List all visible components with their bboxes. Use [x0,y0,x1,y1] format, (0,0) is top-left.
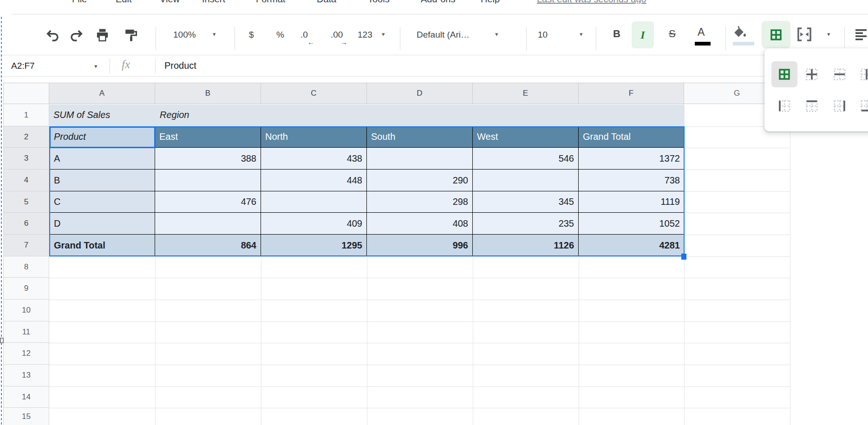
redo-button[interactable] [69,28,84,45]
column-header-b[interactable]: B [155,83,261,104]
cell-d2[interactable]: South [367,126,473,148]
name-box[interactable]: A2:F7 [11,61,35,71]
border-all-icon[interactable] [777,67,791,81]
cell-f3[interactable]: 1372 [579,148,685,170]
cell-a5[interactable]: C [49,191,155,213]
menu-view[interactable]: View [160,0,180,4]
cell-d6[interactable]: 408 [367,213,473,235]
column-header-f[interactable]: F [579,83,684,104]
decrease-decimal-button[interactable]: .0 [300,30,308,40]
cell-c3[interactable]: 438 [261,148,367,170]
row-header-3[interactable]: 3 [3,148,49,170]
row-header-7[interactable]: 7 [3,235,49,256]
italic-button[interactable]: I [632,21,654,48]
menu-tools[interactable]: Tools [368,0,390,4]
bold-button[interactable]: B [613,28,620,40]
font-size-select[interactable]: 10 [538,30,548,40]
row-header-11[interactable]: 11 [3,321,49,343]
last-edit-link[interactable]: Last edit was seconds ago [537,0,646,4]
cell-f2[interactable]: Grand Total [579,126,685,148]
menu-data[interactable]: Data [317,0,336,4]
menu-file[interactable]: File [72,0,87,4]
cell-f7[interactable]: 4281 [579,235,685,256]
border-vertical-icon[interactable] [860,67,868,81]
cell-b4[interactable] [155,170,261,191]
cell-c2[interactable]: North [261,126,367,148]
border-top-icon[interactable] [805,99,819,113]
cell-a7[interactable]: Grand Total [49,235,155,256]
cell-a6[interactable]: D [49,213,155,235]
row-header-12[interactable]: 12 [3,343,49,365]
text-color-button[interactable]: A [694,26,711,47]
border-left-icon[interactable] [777,99,791,113]
row-header-2[interactable]: 2 [3,126,49,148]
font-family-select[interactable]: Default (Ari… [417,30,470,40]
cell-d3[interactable] [367,148,473,170]
cell-a3[interactable]: A [49,148,155,170]
row-header-8[interactable]: 8 [3,256,49,278]
currency-format-button[interactable]: $ [249,30,254,40]
cell-a4[interactable]: B [49,170,155,191]
cell-d4[interactable]: 290 [367,170,473,191]
pivot-title-band[interactable] [49,105,685,126]
cell-f4[interactable]: 738 [579,170,685,191]
menu-help[interactable]: Help [481,0,500,4]
border-horizontal-icon[interactable] [833,67,847,81]
row-header-4[interactable]: 4 [3,170,49,191]
row-header-15[interactable]: 15 [3,408,49,425]
cell-e6[interactable]: 235 [473,213,579,235]
merge-cells-button[interactable] [796,27,813,44]
border-right-icon[interactable] [833,99,847,113]
horizontal-align-button[interactable] [854,27,868,44]
paint-format-button[interactable] [124,27,139,45]
cell-f5[interactable]: 1119 [579,191,685,213]
row-header-13[interactable]: 13 [3,365,49,386]
cell-c7[interactable]: 1295 [261,235,367,256]
strikethrough-button[interactable]: S [669,28,676,40]
cell-c5[interactable] [261,191,367,213]
row-header-5[interactable]: 5 [3,191,49,213]
menu-addons[interactable]: Add-ons [421,0,456,4]
select-all-corner[interactable] [3,83,49,104]
menu-format[interactable]: Format [256,0,285,4]
cell-e5[interactable]: 345 [473,191,579,213]
cell-e3[interactable]: 546 [473,148,579,170]
undo-button[interactable] [46,28,60,45]
menu-insert[interactable]: Insert [202,0,225,4]
cell-a1[interactable]: SUM of Sales [53,110,110,120]
cell-c4[interactable]: 448 [261,170,367,191]
menu-edit[interactable]: Edit [116,0,131,4]
print-button[interactable] [95,27,110,45]
cell-b3[interactable]: 388 [155,148,261,170]
cell-c6[interactable]: 409 [261,213,367,235]
column-header-d[interactable]: D [367,83,473,104]
row-header-1[interactable]: 1 [3,104,49,126]
cell-b7[interactable]: 864 [155,235,261,256]
cell-a2[interactable]: Product [49,126,155,148]
cell-b5[interactable]: 476 [155,191,261,213]
row-header-10[interactable]: 10 [3,300,49,321]
cell-d7[interactable]: 996 [367,235,473,256]
cell-b2[interactable]: East [155,126,261,148]
percent-format-button[interactable]: % [276,30,284,40]
formula-input[interactable]: Product [164,60,196,71]
page-break-handle[interactable] [0,338,4,343]
cell-b6[interactable] [155,213,261,235]
cell-e7[interactable]: 1126 [473,235,579,256]
cell-f6[interactable]: 1052 [579,213,685,235]
row-header-6[interactable]: 6 [3,213,49,235]
row-header-9[interactable]: 9 [3,278,49,300]
cell-e2[interactable]: West [473,126,579,148]
fill-color-button[interactable] [732,25,755,47]
number-format-button[interactable]: 123 [358,30,372,40]
zoom-select[interactable]: 100% [173,30,196,40]
row-header-14[interactable]: 14 [3,386,49,408]
border-bottom-icon[interactable] [860,99,868,113]
fill-handle[interactable] [681,254,686,260]
column-header-c[interactable]: C [261,83,367,104]
cell-b1[interactable]: Region [160,110,189,120]
borders-button[interactable] [762,21,790,48]
cell-d5[interactable]: 298 [367,191,473,213]
border-inner-icon[interactable] [805,67,819,81]
column-header-e[interactable]: E [473,83,579,104]
